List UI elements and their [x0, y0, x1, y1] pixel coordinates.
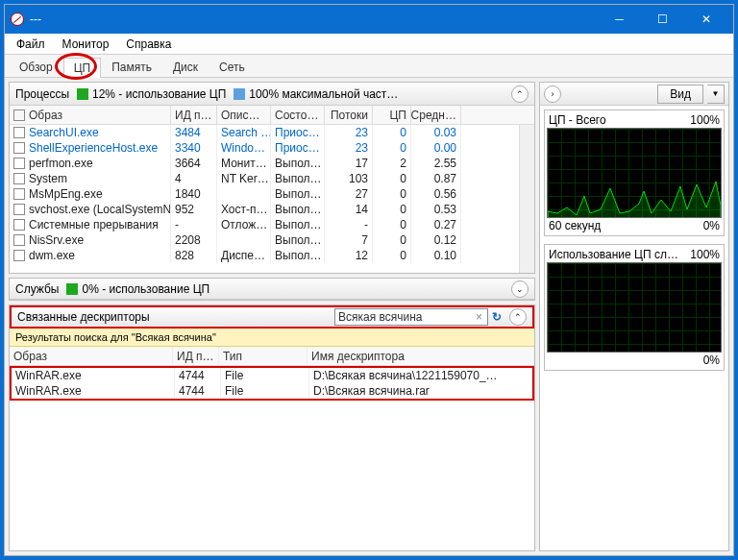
menu-monitor[interactable]: Монитор — [55, 36, 117, 53]
handle-search-input[interactable]: Всякая всячина × — [334, 308, 488, 326]
table-row[interactable]: System4NT Ker…Выпол…10300.87 — [10, 171, 519, 186]
select-all-checkbox[interactable] — [13, 110, 25, 121]
collapse-button[interactable]: ⌃ — [511, 85, 529, 103]
titlebar: --- ─ ☐ ✕ — [5, 5, 733, 34]
panel-handles-title: Связанные дескрипторы — [17, 310, 150, 324]
panel-services-header[interactable]: Службы 0% - использование ЦП ⌄ — [10, 279, 534, 300]
panel-processes-title: Процессы — [15, 87, 69, 101]
panel-services: Службы 0% - использование ЦП ⌄ — [9, 278, 535, 301]
view-button[interactable]: Вид — [657, 85, 703, 104]
panel-handles: Связанные дескрипторы Всякая всячина × ↻… — [9, 304, 535, 551]
table-row[interactable]: WinRAR.exe4744FileD:\Всякая всячина\1221… — [12, 368, 532, 383]
tab-disk[interactable]: Диск — [162, 57, 209, 77]
close-button[interactable]: ✕ — [684, 6, 727, 33]
expand-button[interactable]: ⌄ — [511, 280, 529, 298]
row-checkbox[interactable] — [13, 250, 25, 261]
row-checkbox[interactable] — [13, 173, 25, 184]
window-title: --- — [30, 12, 598, 26]
panel-processes-header[interactable]: Процессы 12% - использование ЦП 100% мак… — [10, 83, 534, 106]
table-row[interactable]: perfmon.exe3664Монит…Выпол…1722.55 — [10, 156, 519, 171]
row-checkbox[interactable] — [13, 142, 25, 154]
panel-services-title: Службы — [15, 282, 59, 296]
table-row[interactable]: Системные прерывания-Отлож…Выпол…-00.27 — [10, 217, 519, 232]
search-results-header: Результаты поиска для "Всякая всячина" — [10, 329, 534, 347]
handles-columns: Образ ИД п… Тип Имя дескриптора — [10, 347, 534, 366]
graph-cpu-service: Использование ЦП сл…100% 0% — [544, 244, 725, 371]
table-row[interactable]: SearchUI.exe3484Search …Приос…2300.03 — [10, 125, 519, 140]
cpu-total-chart — [547, 128, 722, 218]
annotation-box: WinRAR.exe4744FileD:\Всякая всячина\1221… — [10, 366, 534, 401]
clear-search-icon[interactable]: × — [474, 310, 484, 324]
table-row[interactable]: NisSrv.exe2208Выпол…700.12 — [10, 232, 519, 248]
row-checkbox[interactable] — [13, 234, 25, 246]
processes-columns: Образ ИД п… Опис… Состо… Потоки ЦП Средн… — [10, 106, 534, 125]
table-row[interactable]: WinRAR.exe4744FileD:\Всякая всячина.rar — [12, 383, 532, 399]
tab-memory[interactable]: Память — [101, 57, 162, 77]
cpu-service-chart — [547, 262, 722, 353]
view-dropdown-button[interactable]: ▼ — [707, 85, 725, 104]
table-row[interactable]: ShellExperienceHost.exe3340Windo…Приос…2… — [10, 140, 519, 156]
collapse-button[interactable]: ⌃ — [509, 308, 527, 326]
menu-file[interactable]: Файл — [9, 36, 53, 53]
table-row[interactable]: dwm.exe828Диспе…Выпол…1200.10 — [10, 248, 519, 263]
panel-handles-header: Связанные дескрипторы Всякая всячина × ↻… — [10, 305, 534, 329]
graph-cpu-total: ЦП - Всего100% 60 секунд0% — [544, 110, 725, 236]
tab-cpu[interactable]: ЦП — [63, 58, 102, 78]
tabbar: Обзор ЦП Память Диск Сеть — [5, 55, 733, 78]
row-checkbox[interactable] — [13, 188, 25, 200]
menu-help[interactable]: Справка — [118, 36, 179, 53]
row-checkbox[interactable] — [13, 204, 25, 215]
minimize-button[interactable]: ─ — [598, 6, 641, 33]
app-window: --- ─ ☐ ✕ Файл Монитор Справка Обзор ЦП … — [4, 4, 734, 556]
table-row[interactable]: svchost.exe (LocalSystemNet…952Хост-п…Вы… — [10, 202, 519, 217]
row-checkbox[interactable] — [13, 127, 25, 138]
tab-network[interactable]: Сеть — [209, 57, 256, 77]
cpu-freq-icon — [234, 88, 245, 100]
app-icon — [11, 12, 24, 26]
panel-processes: Процессы 12% - использование ЦП 100% мак… — [9, 82, 535, 274]
scrollbar[interactable] — [519, 125, 534, 273]
row-checkbox[interactable] — [13, 158, 25, 169]
graphs-sidebar: › Вид ▼ ЦП - Всего100% 60 секунд0% Испол… — [539, 82, 729, 551]
nav-button[interactable]: › — [544, 85, 561, 103]
cpu-usage-icon — [66, 283, 78, 295]
table-row[interactable]: MsMpEng.exe1840Выпол…2700.56 — [10, 186, 519, 202]
graphs-toolbar: › Вид ▼ — [540, 83, 728, 106]
row-checkbox[interactable] — [13, 219, 25, 231]
refresh-icon[interactable]: ↻ — [492, 310, 505, 324]
tab-overview[interactable]: Обзор — [9, 57, 63, 77]
maximize-button[interactable]: ☐ — [641, 6, 684, 33]
cpu-usage-icon — [77, 88, 88, 100]
menubar: Файл Монитор Справка — [5, 34, 733, 55]
